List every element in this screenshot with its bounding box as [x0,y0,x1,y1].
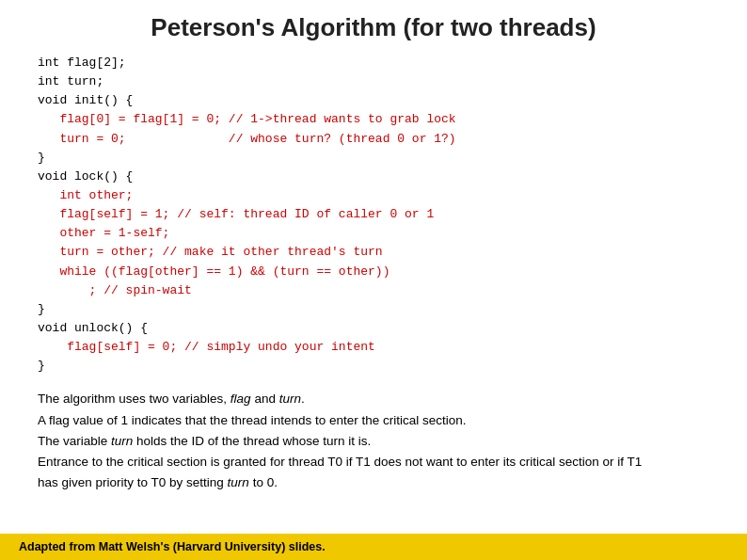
desc-turn-em: turn [279,392,301,406]
code-line-6: } [38,149,709,168]
code-line-12: while ((flag[other] == 1) && (turn == ot… [38,263,709,281]
page-title: Peterson's Algorithm (for two threads) [151,13,596,41]
desc-line-5-start: has given priority to T0 by setting [38,475,228,489]
desc-line-5: has given priority to T0 by setting turn… [38,472,709,493]
desc-turn-em-2: turn [111,434,133,448]
footer-text: Adapted from Matt Welsh's (Harvard Unive… [19,540,326,553]
desc-line-3-end: holds the ID of the thread whose turn it… [133,434,371,448]
desc-line-5-end: to 0. [249,475,278,489]
footer-bar: Adapted from Matt Welsh's (Harvard Unive… [0,534,747,560]
code-line-9: flag[self] = 1; // self: thread ID of ca… [38,205,709,224]
desc-line-1-text-before: The algorithm uses two variables, [38,392,230,406]
desc-line-3-start: The variable [38,434,111,448]
code-line-2: int turn; [38,72,709,91]
page-container: Peterson's Algorithm (for two threads) i… [0,0,747,560]
desc-line-4: Entrance to the critical section is gran… [38,452,709,472]
code-line-11: turn = other; // make it other thread's … [38,243,709,262]
code-line-14: } [38,300,709,319]
code-line-1: int flag[2]; [38,54,709,72]
description-area: The algorithm uses two variables, flag a… [0,379,747,534]
code-line-13: ; // spin-wait [38,281,709,300]
desc-line-2: A flag value of 1 indicates that the thr… [38,410,709,431]
code-line-16: flag[self] = 0; // simply undo your inte… [38,338,709,357]
title-area: Peterson's Algorithm (for two threads) [0,0,747,50]
desc-line-1-end: . [301,392,305,406]
code-line-8: int other; [38,186,709,205]
code-line-7: void lock() { [38,168,709,186]
code-block: int flag[2]; int turn; void init() { fla… [0,50,747,379]
desc-line-1: The algorithm uses two variables, flag a… [38,389,709,409]
desc-line-1-mid: and [251,392,279,406]
desc-turn-em-3: turn [228,475,249,489]
desc-line-3: The variable turn holds the ID of the th… [38,431,709,452]
code-line-17: } [38,357,709,376]
code-line-5: turn = 0; // whose turn? (thread 0 or 1?… [38,130,709,149]
desc-flag-em: flag [230,392,251,406]
code-line-10: other = 1-self; [38,224,709,243]
code-line-15: void unlock() { [38,319,709,338]
code-line-3: void init() { [38,91,709,110]
code-line-4: flag[0] = flag[1] = 0; // 1->thread want… [38,110,709,129]
